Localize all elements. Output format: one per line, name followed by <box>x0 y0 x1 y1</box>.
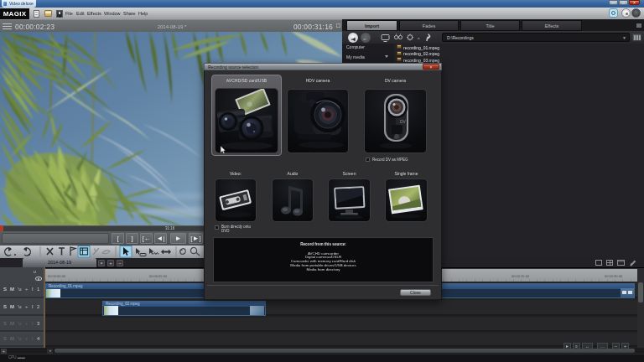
svg-text:DV: DV <box>400 119 407 124</box>
